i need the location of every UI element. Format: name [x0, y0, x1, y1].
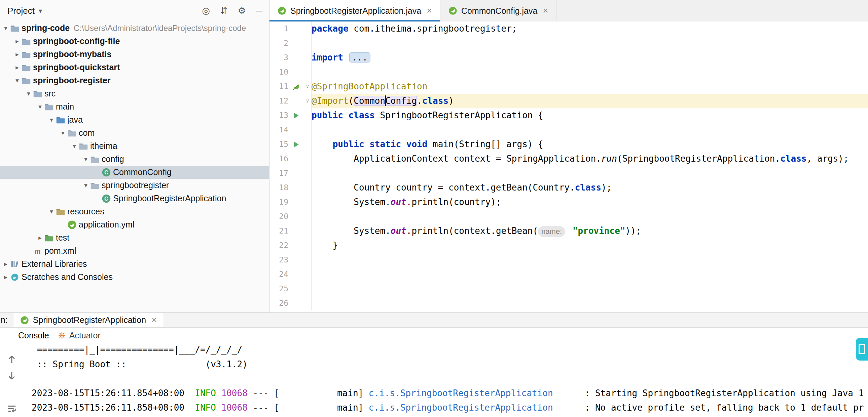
code-line-24[interactable]: 24 — [270, 267, 868, 282]
tree-item-src[interactable]: ▾src — [0, 87, 269, 100]
code-line-2[interactable]: 2 — [270, 36, 868, 50]
line-number: 11 — [270, 79, 288, 94]
code-line-12[interactable]: 12∨@Import(CommonConfig.class) — [270, 94, 868, 108]
tree-item-springboot-config-file[interactable]: ▸springboot-config-file — [0, 35, 269, 48]
settings-icon[interactable]: ⚙ — [238, 5, 246, 16]
project-panel: Project ▾ ◎⇵⚙─ ▾spring-codeC:\Users\Admi… — [0, 0, 270, 313]
tree-item-config[interactable]: ▾config — [0, 152, 269, 166]
tree-item-java[interactable]: ▾java — [0, 113, 269, 126]
tab-console[interactable]: Console — [18, 331, 49, 340]
code-line-17[interactable]: 17 — [270, 166, 868, 180]
close-icon[interactable]: × — [151, 315, 157, 325]
hide-icon[interactable]: ─ — [256, 6, 262, 16]
collapse-all-icon[interactable]: ⇵ — [220, 5, 228, 16]
code-segment: out — [391, 197, 406, 207]
tree-item-main[interactable]: ▾main — [0, 100, 269, 113]
tree-item-springbootregisterapplication[interactable]: CSpringbootRegisterApplication — [0, 192, 269, 205]
project-tool-window-title[interactable]: Project — [7, 6, 35, 16]
line-number: 12 — [270, 94, 288, 108]
chevron-down-icon[interactable]: ▾ — [47, 116, 56, 124]
soft-wrap-icon[interactable] — [7, 404, 17, 414]
chevron-right-icon[interactable]: ▸ — [36, 234, 44, 242]
chevron-down-icon[interactable]: ▾ — [36, 103, 44, 110]
tree-item-test[interactable]: ▸test — [0, 231, 269, 244]
up-arrow-icon[interactable] — [7, 354, 17, 364]
tree-item-springboot-register[interactable]: ▾springboot-register — [0, 74, 269, 87]
chevron-right-icon[interactable]: ▸ — [13, 64, 22, 71]
chevron-down-icon[interactable]: ▾ — [1, 24, 10, 32]
chevron-right-icon[interactable]: ▸ — [13, 50, 22, 58]
code-editor[interactable]: 1package com.itheima.springbootregister;… — [270, 22, 868, 313]
process-id: 10068 — [221, 403, 248, 413]
editor-gutter: 16 — [270, 151, 312, 166]
code-line-1[interactable]: 1package com.itheima.springbootregister; — [270, 22, 868, 36]
down-arrow-icon[interactable] — [7, 371, 17, 381]
tree-item-label: springboot-register — [33, 76, 111, 85]
editor-gutter: 11∨ — [270, 79, 312, 94]
tree-item-label: External Libraries — [22, 259, 87, 269]
run-gutter-icon[interactable] — [288, 108, 304, 123]
tree-item-application-yml[interactable]: application.yml — [0, 218, 269, 231]
gutter-spacer — [288, 151, 304, 166]
folder-icon — [22, 63, 31, 72]
chevron-right-icon[interactable]: ▸ — [1, 273, 10, 281]
console-output[interactable]: =========|_|==============|___/=/_/_/_/ … — [32, 343, 868, 417]
fold-spacer — [304, 151, 311, 166]
chevron-down-icon[interactable]: ▾ — [59, 129, 67, 137]
chevron-down-icon[interactable]: ▾ — [70, 142, 79, 150]
folder-icon — [44, 102, 54, 111]
chevron-down-icon[interactable]: ▾ — [82, 181, 90, 189]
tree-item-com[interactable]: ▾com — [0, 126, 269, 139]
locate-icon[interactable]: ◎ — [202, 5, 210, 16]
run-configuration-tab[interactable]: SpringbootRegisterApplication × — [14, 313, 163, 327]
tree-item-external-libraries[interactable]: ▸External Libraries — [0, 257, 269, 271]
code-line-20[interactable]: 20 — [270, 209, 868, 224]
code-line-14[interactable]: 14 — [270, 123, 868, 137]
screencast-overlay-widget[interactable] — [856, 338, 868, 360]
tab-actuator[interactable]: Actuator — [58, 331, 101, 340]
chevron-down-icon[interactable]: ▾ — [13, 77, 22, 84]
tree-item-label: resources — [67, 207, 104, 216]
folder-test-icon — [44, 233, 54, 243]
line-number: 17 — [270, 166, 288, 180]
tree-item-commonconfig[interactable]: CCommonConfig — [0, 166, 269, 179]
code-segment: class — [575, 182, 601, 193]
code-line-26[interactable]: 26 — [270, 296, 868, 311]
tree-item-spring-code[interactable]: ▾spring-codeC:\Users\Administrator\ideaP… — [0, 22, 269, 35]
code-line-3[interactable]: 3import ... — [270, 50, 868, 65]
chevron-down-icon[interactable]: ▾ — [24, 90, 33, 98]
tree-item-scratches-and-consoles[interactable]: ▸Scratches and Consoles — [0, 271, 269, 284]
fold-marker-icon[interactable]: ∨ — [304, 94, 311, 108]
tab-springbootregisterapplication-java[interactable]: SpringbootRegisterApplication.java × — [270, 0, 440, 22]
chevron-down-icon[interactable]: ▾ — [47, 208, 56, 215]
chevron-down-icon[interactable]: ▾ — [82, 155, 90, 163]
tree-item-springboot-quickstart[interactable]: ▸springboot-quickstart — [0, 61, 269, 74]
code-line-23[interactable]: 23 — [270, 253, 868, 267]
code-line-15[interactable]: 15 public static void main(String[] args… — [270, 137, 868, 151]
tree-item-itheima[interactable]: ▾itheima — [0, 139, 269, 152]
tree-item-springboot-mybatis[interactable]: ▸springboot-mybatis — [0, 48, 269, 61]
fold-marker-icon[interactable]: ∨ — [304, 79, 311, 94]
code-line-21[interactable]: 21 System.out.println(context.getBean(na… — [270, 224, 868, 238]
chevron-right-icon[interactable]: ▸ — [13, 37, 22, 45]
code-line-18[interactable]: 18 Country country = context.getBean(Cou… — [270, 180, 868, 195]
tree-item-pom-xml[interactable]: mpom.xml — [0, 244, 269, 257]
close-icon[interactable]: × — [427, 6, 432, 16]
code-line-13[interactable]: 13public class SpringbootRegisterApplica… — [270, 108, 868, 123]
chevron-right-icon[interactable]: ▸ — [1, 260, 10, 268]
code-line-25[interactable]: 25 — [270, 282, 868, 296]
chevron-down-icon[interactable]: ▾ — [39, 7, 42, 15]
tab-commonconfig-java[interactable]: CommonConfig.java × — [440, 0, 556, 22]
code-text: ApplicationContext context = SpringAppli… — [312, 151, 868, 166]
tree-item-springbootregister[interactable]: ▾springbootregister — [0, 179, 269, 192]
code-line-19[interactable]: 19 System.out.println(country); — [270, 195, 868, 209]
code-line-22[interactable]: 22 } — [270, 238, 868, 253]
run-gutter-icon[interactable] — [288, 137, 304, 151]
spring-bean-gutter-icon[interactable] — [288, 79, 304, 94]
console-line: 2023-08-15T15:26:11.858+08:00 INFO 10068… — [32, 401, 868, 415]
close-icon[interactable]: × — [542, 6, 548, 16]
tree-item-resources[interactable]: ▾resources — [0, 205, 269, 218]
code-line-16[interactable]: 16 ApplicationContext context = SpringAp… — [270, 151, 868, 166]
code-line-10[interactable]: 10 — [270, 65, 868, 79]
code-line-11[interactable]: 11∨@SpringBootApplication — [270, 79, 868, 94]
